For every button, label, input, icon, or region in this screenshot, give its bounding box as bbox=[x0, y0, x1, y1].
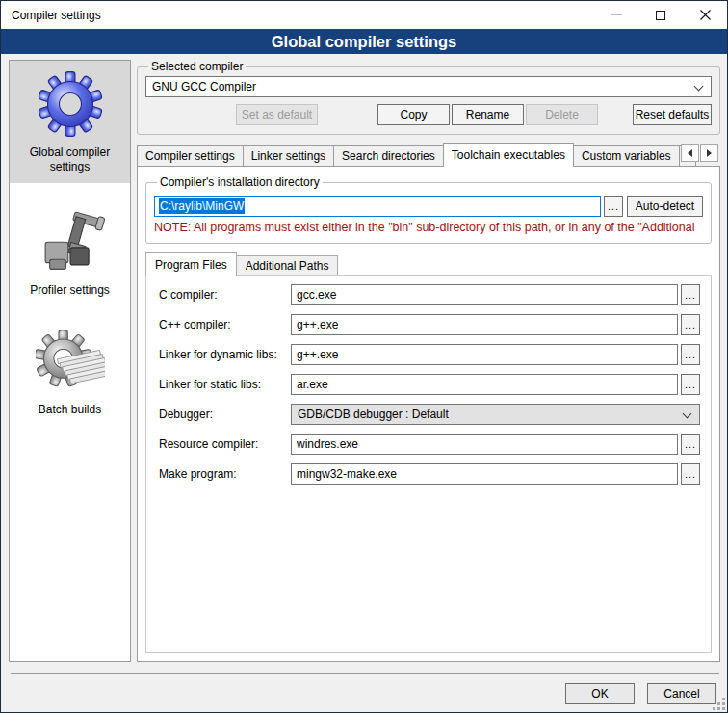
program-files-page: C compiler: ... C++ compiler: ... Linker… bbox=[145, 275, 712, 653]
sidebar-item-global-compiler-settings[interactable]: Global compiler settings bbox=[10, 61, 130, 183]
field-label: Resource compiler: bbox=[159, 437, 291, 451]
browse-cpp-compiler-button[interactable]: ... bbox=[681, 314, 700, 335]
field-row-resource-compiler: Resource compiler: ... bbox=[159, 434, 700, 455]
installation-directory-value: C:\raylib\MinGW bbox=[159, 198, 245, 214]
linker-static-input[interactable] bbox=[291, 374, 678, 395]
tab-scroll-right-button[interactable] bbox=[700, 144, 718, 162]
tab-additional-paths[interactable]: Additional Paths bbox=[236, 255, 339, 276]
page-title: Global compiler settings bbox=[1, 29, 727, 54]
dialog-body: Global compiler settings Profiler settin… bbox=[1, 54, 727, 673]
close-icon bbox=[700, 10, 711, 20]
caption-buttons bbox=[594, 1, 727, 29]
field-label: C compiler: bbox=[159, 288, 291, 302]
window-title: Compiler settings bbox=[12, 9, 101, 22]
sidebar-item-label: Batch builds bbox=[39, 403, 101, 417]
compiler-settings-window: Compiler settings Global compiler settin… bbox=[0, 0, 728, 713]
make-program-input[interactable] bbox=[291, 463, 678, 485]
selected-compiler-value: GNU GCC Compiler bbox=[152, 80, 256, 93]
blue-gear-icon bbox=[37, 69, 104, 139]
field-row-debugger: Debugger: GDB/CDB debugger : Default bbox=[159, 404, 700, 425]
dialog-footer: OK Cancel bbox=[11, 673, 719, 712]
field-row-make-program: Make program: ... bbox=[159, 463, 700, 485]
minimize-button[interactable] bbox=[594, 1, 638, 29]
c-compiler-input[interactable] bbox=[291, 284, 678, 305]
set-as-default-button[interactable]: Set as default bbox=[236, 104, 318, 125]
field-row-linker-static: Linker for static libs: ... bbox=[159, 374, 700, 395]
browse-linker-dynamic-button[interactable]: ... bbox=[681, 344, 700, 365]
tab-custom-variables[interactable]: Custom variables bbox=[573, 145, 680, 167]
field-label: Make program: bbox=[159, 467, 291, 481]
browse-resource-compiler-button[interactable]: ... bbox=[681, 434, 700, 455]
tab-toolchain-executables[interactable]: Toolchain executables bbox=[443, 143, 574, 167]
field-row-cpp-compiler: C++ compiler: ... bbox=[159, 314, 700, 335]
installation-directory-group-label: Compiler's installation directory bbox=[157, 175, 323, 189]
delete-button[interactable]: Delete bbox=[526, 104, 598, 125]
installation-directory-row: C:\raylib\MinGW ... Auto-detect bbox=[154, 196, 703, 217]
browse-linker-static-button[interactable]: ... bbox=[681, 374, 700, 395]
sidebar-item-label: Global compiler settings bbox=[13, 145, 126, 174]
tab-compiler-settings[interactable]: Compiler settings bbox=[137, 145, 244, 167]
browse-c-compiler-button[interactable]: ... bbox=[681, 284, 700, 305]
program-files-tab-bar: Program Files Additional Paths bbox=[145, 252, 712, 276]
footer-buttons: OK Cancel bbox=[565, 683, 716, 704]
cpp-compiler-input[interactable] bbox=[291, 314, 678, 335]
compiler-buttons-row: Set as default Copy Rename Delete Reset … bbox=[145, 104, 712, 125]
field-label: Debugger: bbox=[159, 408, 291, 421]
note-text: NOTE: All programs must exist either in … bbox=[154, 221, 703, 234]
rename-button[interactable]: Rename bbox=[452, 104, 524, 125]
maximize-button[interactable] bbox=[638, 1, 683, 29]
debugger-value: GDB/CDB debugger : Default bbox=[298, 408, 449, 421]
field-row-linker-dynamic: Linker for dynamic libs: ... bbox=[159, 344, 700, 365]
field-label: C++ compiler: bbox=[159, 318, 291, 331]
reset-defaults-button[interactable]: Reset defaults bbox=[633, 104, 712, 125]
sidebar-item-profiler-settings[interactable]: Profiler settings bbox=[10, 195, 130, 306]
minimize-icon bbox=[611, 14, 622, 15]
tab-scroll-buttons bbox=[681, 144, 718, 162]
chevron-down-icon bbox=[694, 82, 704, 92]
profiler-caliper-icon bbox=[36, 203, 105, 277]
batch-builds-icon bbox=[36, 327, 105, 396]
tab-scroll-left-button[interactable] bbox=[681, 144, 699, 162]
debugger-combobox[interactable]: GDB/CDB debugger : Default bbox=[291, 404, 700, 425]
main-panel: Selected compiler GNU GCC Compiler Set a… bbox=[137, 60, 720, 662]
selected-compiler-group-label: Selected compiler bbox=[148, 60, 246, 73]
settings-tab-bar: Compiler settings Linker settings Search… bbox=[137, 143, 720, 167]
field-row-c-compiler: C compiler: ... bbox=[159, 284, 700, 305]
installation-directory-group: Compiler's installation directory C:\ray… bbox=[145, 175, 712, 244]
browse-directory-button[interactable]: ... bbox=[604, 196, 623, 217]
browse-make-program-button[interactable]: ... bbox=[681, 463, 700, 485]
selected-compiler-group: Selected compiler GNU GCC Compiler Set a… bbox=[137, 60, 720, 135]
copy-button[interactable]: Copy bbox=[377, 104, 450, 125]
linker-dynamic-input[interactable] bbox=[291, 344, 678, 365]
ok-button[interactable]: OK bbox=[565, 683, 635, 704]
close-button[interactable] bbox=[683, 1, 727, 29]
settings-sidebar: Global compiler settings Profiler settin… bbox=[9, 60, 131, 662]
arrow-right-icon bbox=[707, 149, 712, 157]
selected-compiler-combobox[interactable]: GNU GCC Compiler bbox=[145, 76, 712, 97]
auto-detect-button[interactable]: Auto-detect bbox=[627, 196, 703, 217]
field-label: Linker for static libs: bbox=[159, 378, 291, 391]
cancel-button[interactable]: Cancel bbox=[647, 683, 716, 704]
tab-program-files[interactable]: Program Files bbox=[145, 252, 237, 276]
field-label: Linker for dynamic libs: bbox=[159, 348, 291, 361]
arrow-left-icon bbox=[688, 149, 692, 157]
installation-directory-input[interactable]: C:\raylib\MinGW bbox=[154, 196, 601, 217]
sidebar-item-label: Profiler settings bbox=[30, 283, 110, 298]
titlebar[interactable]: Compiler settings bbox=[1, 1, 727, 29]
maximize-icon bbox=[656, 11, 665, 20]
tab-linker-settings[interactable]: Linker settings bbox=[243, 145, 334, 167]
resource-compiler-input[interactable] bbox=[291, 434, 678, 455]
toolchain-executables-page: Compiler's installation directory C:\ray… bbox=[137, 166, 720, 662]
tab-search-directories[interactable]: Search directories bbox=[333, 145, 444, 167]
chevron-down-icon bbox=[683, 409, 692, 419]
resize-grip[interactable] bbox=[713, 698, 725, 710]
sidebar-item-batch-builds[interactable]: Batch builds bbox=[10, 318, 130, 426]
